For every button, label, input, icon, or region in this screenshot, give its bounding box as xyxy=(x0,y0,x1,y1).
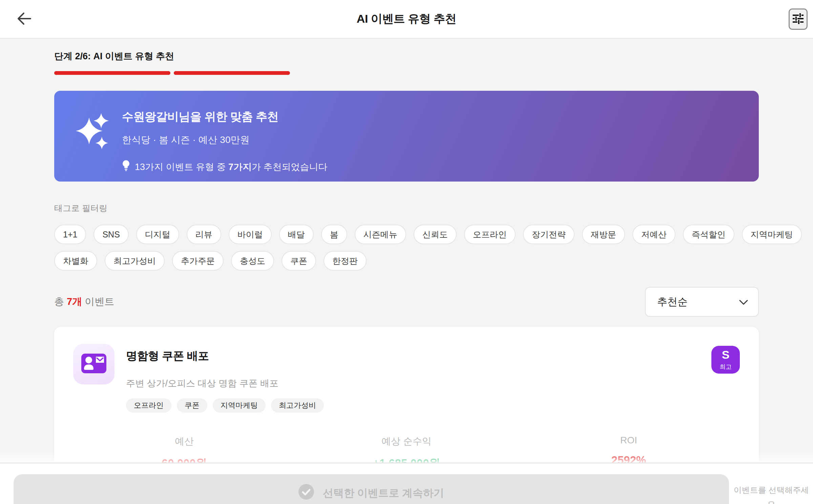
back-arrow-icon xyxy=(16,11,33,27)
filter-section-label: 태그로 필터링 xyxy=(54,203,759,214)
filter-chip[interactable]: 지역마케팅 xyxy=(742,225,802,244)
filter-settings-button[interactable] xyxy=(789,8,808,30)
progress-segment xyxy=(54,71,170,75)
banner-title: 수원왕갈비님을 위한 맞춤 추천 xyxy=(122,109,740,125)
filter-chip[interactable]: 바이럴 xyxy=(229,225,272,244)
filter-chip-row-1: 1+1SNS디지털리뷰바이럴배달봄시즌메뉴신뢰도오프라인장기전략재방문저예산즉석… xyxy=(54,225,759,244)
header: AI 이벤트 유형 추천 xyxy=(0,0,813,39)
chevron-down-icon xyxy=(739,296,748,308)
lightbulb-icon xyxy=(122,160,130,174)
bottom-action-bar: 선택한 이벤트로 계속하기 이벤트를 선택해주세요 xyxy=(0,463,813,504)
filter-chip[interactable]: 저예산 xyxy=(632,225,675,244)
filter-chip[interactable]: 쿠폰 xyxy=(282,251,316,271)
filter-chip[interactable]: 봄 xyxy=(321,225,347,244)
progress-segment xyxy=(174,71,290,75)
event-tag: 오프라인 xyxy=(126,398,171,413)
sort-dropdown[interactable]: 추천순 xyxy=(645,287,759,317)
event-tag: 쿠폰 xyxy=(177,398,207,413)
filter-chip[interactable]: 즉석할인 xyxy=(683,225,734,244)
filter-chip[interactable]: 차별화 xyxy=(54,251,97,271)
filter-chip[interactable]: 1+1 xyxy=(54,225,86,244)
ai-event-recommendation-page: AI 이벤트 유형 추천 단계 2/6: AI 이벤트 유형 추천 수원왕 xyxy=(0,0,813,504)
sort-selected-value: 추천순 xyxy=(657,295,688,309)
event-count: 총 7개 이벤트 xyxy=(54,295,114,309)
filter-chip[interactable]: 디지털 xyxy=(136,225,179,244)
contact-mail-icon xyxy=(81,354,106,375)
event-title: 명함형 쿠폰 배포 xyxy=(126,349,700,364)
grade-badge: S 최고 xyxy=(711,346,740,374)
continue-button[interactable]: 선택한 이벤트로 계속하기 xyxy=(14,474,729,504)
filter-chip[interactable]: 재방문 xyxy=(582,225,625,244)
filter-chip[interactable]: SNS xyxy=(93,225,128,244)
step-indicator: 단계 2/6: AI 이벤트 유형 추천 xyxy=(54,50,759,62)
filter-chip[interactable]: 장기전략 xyxy=(523,225,575,244)
filter-chip[interactable]: 추가주문 xyxy=(172,251,224,271)
check-circle-icon xyxy=(298,484,314,502)
event-count-number: 7개 xyxy=(67,296,82,307)
stat-label: 예상 순수익 xyxy=(295,435,518,448)
filter-chip[interactable]: 배달 xyxy=(279,225,314,244)
main-content: 단계 2/6: AI 이벤트 유형 추천 수원왕갈비님을 위한 맞춤 추천 한식… xyxy=(0,38,813,504)
filter-chip[interactable]: 시즌메뉴 xyxy=(355,225,406,244)
filter-chip[interactable]: 최고가성비 xyxy=(105,251,165,271)
event-tag: 지역마케팅 xyxy=(213,398,266,413)
banner-body: 수원왕갈비님을 위한 맞춤 추천 한식당 · 봄 시즌 · 예산 30만원 13… xyxy=(122,102,740,170)
banner-subtitle: 한식당 · 봄 시즌 · 예산 30만원 xyxy=(122,133,740,146)
banner-info-text: 13가지 이벤트 유형 중 7가지가 추천되었습니다 xyxy=(135,161,328,173)
event-icon-tile xyxy=(73,344,114,384)
back-button[interactable] xyxy=(14,9,35,29)
filter-chip[interactable]: 충성도 xyxy=(231,251,274,271)
grade-letter: S xyxy=(722,349,730,360)
stat-label: ROI xyxy=(518,435,740,446)
event-card-header: 명함형 쿠폰 배포 주변 상가/오피스 대상 명함 쿠폰 배포 오프라인쿠폰지역… xyxy=(73,344,740,413)
event-description: 주변 상가/오피스 대상 명함 쿠폰 배포 xyxy=(126,377,700,390)
event-tag-row: 오프라인쿠폰지역마케팅최고가성비 xyxy=(126,398,700,413)
event-card-main: 명함형 쿠폰 배포 주변 상가/오피스 대상 명함 쿠폰 배포 오프라인쿠폰지역… xyxy=(126,344,700,413)
recommendation-banner: 수원왕갈비님을 위한 맞춤 추천 한식당 · 봄 시즌 · 예산 30만원 13… xyxy=(54,91,759,182)
event-tag: 최고가성비 xyxy=(271,398,324,413)
results-header: 총 7개 이벤트 추천순 xyxy=(54,287,759,317)
stat-label: 예산 xyxy=(73,435,295,448)
sparkles-icon xyxy=(73,111,110,170)
page-title: AI 이벤트 유형 추천 xyxy=(357,11,456,27)
filter-chip[interactable]: 리뷰 xyxy=(187,225,221,244)
filter-chip-row-2: 차별화최고가성비추가주문충성도쿠폰한정판 xyxy=(54,251,759,271)
banner-info: 13가지 이벤트 유형 중 7가지가 추천되었습니다 xyxy=(122,160,740,174)
filter-chip[interactable]: 신뢰도 xyxy=(414,225,457,244)
continue-button-label: 선택한 이벤트로 계속하기 xyxy=(323,486,444,500)
filter-chip[interactable]: 오프라인 xyxy=(464,225,516,244)
selection-hint-text: 이벤트를 선택해주세요 xyxy=(732,483,810,504)
tune-sliders-icon xyxy=(792,12,804,26)
filter-chip[interactable]: 한정판 xyxy=(324,251,367,271)
progress-bar xyxy=(54,71,290,75)
grade-label: 최고 xyxy=(720,363,732,371)
